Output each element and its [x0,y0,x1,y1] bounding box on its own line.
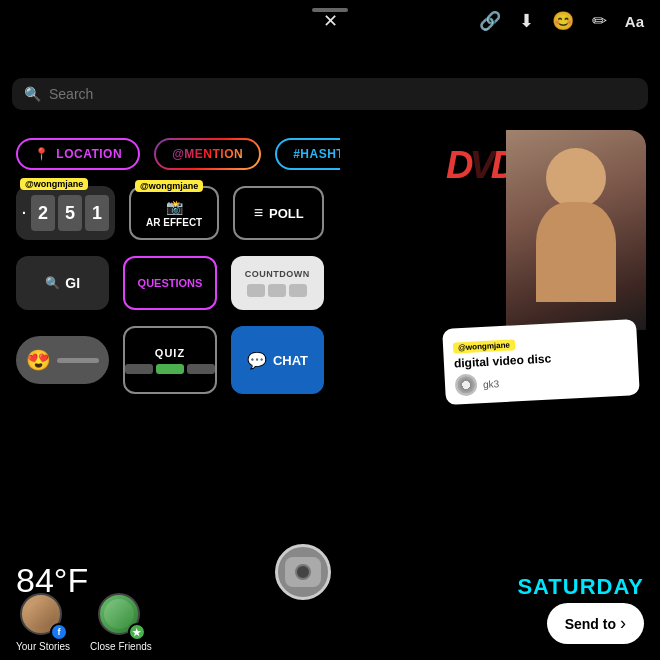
hashtag-sticker[interactable]: #HASHTAG [275,138,340,170]
digit-1: 1 [85,195,109,231]
close-button[interactable]: ✕ [323,10,338,32]
location-sticker[interactable]: 📍 LOCATION [16,138,140,170]
quiz-label: QUIZ [155,347,185,359]
send-to-button[interactable]: Send to › [547,603,644,644]
sticker-icon[interactable]: 😊 [552,10,574,32]
close-friends-label: Close Friends [90,641,152,652]
send-to-arrow: › [620,613,626,634]
sticker-ar-cell[interactable]: @wongmjane 📸 AR EFFECT [129,186,220,240]
sticker-row-3: 🔍 GI QUESTIONS COUNTDOWN [0,248,340,318]
search-icon: 🔍 [24,86,41,102]
countdown-block-2 [268,284,286,297]
sticker-gif-cell[interactable]: 🔍 GI [16,256,109,310]
sticker-emoji-slider-cell[interactable]: 😍 [16,336,109,384]
location-icon: 📍 [34,147,50,161]
quiz-option-1 [125,364,153,374]
sticker-row-2: @wongmjane · 2 5 1 @wongmjane 📸 AR EFFEC… [0,178,340,248]
link-icon[interactable]: 🔗 [479,10,501,32]
poll-sticker[interactable]: ≡ POLL [233,186,324,240]
sticker-questions-cell[interactable]: QUESTIONS [123,256,216,310]
questions-sticker[interactable]: QUESTIONS [123,256,216,310]
your-stories-badge: f [50,623,68,641]
counter-sticker[interactable]: @wongmjane · 2 5 1 [16,186,115,240]
top-bar: ✕ 🔗 ⬇ 😊 ✏ Aa [0,10,660,32]
music-card-username: @wongmjane [453,339,515,353]
camera-lens [295,564,311,580]
sticker-mention-cell[interactable]: @MENTION [154,138,261,170]
sticker-poll-cell[interactable]: ≡ POLL [233,186,324,240]
emoji-slider-emoji: 😍 [26,348,51,372]
ar-icon: 📸 [166,199,183,215]
quiz-options [125,364,215,374]
close-friends-badge: ★ [128,623,146,641]
ar-label: AR EFFECT [146,217,202,228]
close-icon[interactable]: ✕ [323,11,338,31]
person-image [506,130,646,330]
chat-label: CHAT [273,353,308,368]
countdown-sticker[interactable]: COUNTDOWN [231,256,324,310]
sticker-location-cell[interactable]: 📍 LOCATION [16,138,140,170]
toolbar-icons: 🔗 ⬇ 😊 ✏ Aa [479,10,644,32]
search-bar: 🔍 [12,78,648,110]
sticker-quiz-cell[interactable]: QUIZ [123,326,217,394]
music-card-sub: gk3 [483,378,500,390]
your-stories-item[interactable]: f Your Stories [16,593,70,652]
countdown-block-3 [289,284,307,297]
sticker-hashtag-cell[interactable]: #HASHTAG [275,138,340,170]
counter-username-tag: @wongmjane [20,178,88,190]
dvd-logo: DVD [446,144,514,187]
download-icon[interactable]: ⬇ [519,10,534,32]
questions-label: QUESTIONS [138,277,203,289]
gif-label: GI [65,275,80,291]
counter-dot: · [22,205,26,221]
story-preview: DVD @wongmjane digital video disc gk3 [436,130,646,420]
quiz-sticker[interactable]: QUIZ [123,326,217,394]
close-friends-avatar-wrap: ★ [98,593,144,639]
your-stories-label: Your Stories [16,641,70,652]
send-to-label: Send to [565,616,616,632]
digit-5: 5 [58,195,82,231]
sticker-counter-cell[interactable]: @wongmjane · 2 5 1 [16,186,115,240]
quiz-option-3 [187,364,215,374]
quiz-option-2 [156,364,184,374]
ar-username-tag: @wongmjane [135,180,203,192]
camera-button[interactable] [275,544,331,600]
sticker-chat-cell[interactable]: 💬 CHAT [231,326,324,394]
stories-bar: f Your Stories ★ Close Friends Send to › [0,593,660,652]
sticker-grid: 📍 LOCATION @MENTION #HASHTAG @wongmjane … [0,130,340,540]
close-friends-item[interactable]: ★ Close Friends [90,593,152,652]
emoji-slider-sticker[interactable]: 😍 [16,336,109,384]
draw-icon[interactable]: ✏ [592,10,607,32]
text-icon[interactable]: Aa [625,13,644,30]
poll-label: POLL [269,206,304,221]
sticker-row-1: 📍 LOCATION @MENTION #HASHTAG [0,130,340,178]
emoji-slider-track [57,358,99,363]
countdown-blocks [247,284,307,297]
chat-sticker[interactable]: 💬 CHAT [231,326,324,394]
your-stories-avatar-wrap: f [20,593,66,639]
cd-icon [455,373,478,396]
ar-sticker[interactable]: @wongmjane 📸 AR EFFECT [129,186,220,240]
sticker-row-4: 😍 QUIZ 💬 CHAT [0,318,340,402]
gif-sticker[interactable]: 🔍 GI [16,256,109,310]
countdown-block-1 [247,284,265,297]
chat-icon: 💬 [247,351,267,370]
camera-inner [285,557,321,587]
sticker-countdown-cell[interactable]: COUNTDOWN [231,256,324,310]
countdown-label: COUNTDOWN [245,269,310,279]
poll-icon: ≡ [254,204,263,222]
search-input[interactable] [49,86,636,102]
mention-sticker[interactable]: @MENTION [154,138,261,170]
digit-2: 2 [31,195,55,231]
gif-search-icon: 🔍 [45,276,60,290]
music-card: @wongmjane digital video disc gk3 [442,319,640,405]
